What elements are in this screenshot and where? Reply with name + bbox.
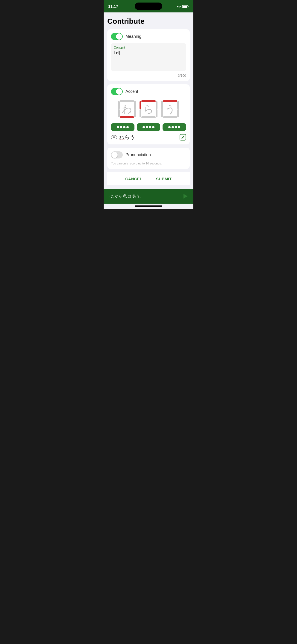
content-value[interactable]: Lol [114,51,183,56]
seg-top-ra [141,100,156,102]
seg-right-bottom-u [177,109,179,117]
battery-icon [182,5,189,8]
field-underline [111,72,186,72]
accent-buttons [111,123,186,131]
kana-box-u: う [160,99,180,120]
status-icons: ··· [173,5,189,8]
pronunciation-toggle-row: Pronunciation [111,151,186,158]
seg-top-u [163,100,177,102]
page-title: Contribute [107,12,190,29]
seg-left-top-wa [118,101,120,109]
eye-icon [111,135,117,139]
seg-left-bottom-ra [140,109,141,117]
submit-button[interactable]: SUBMIT [156,177,172,182]
seg-left-bottom-wa [118,109,120,117]
seg-bottom-u [163,116,177,118]
kana-box-wa: わ [116,99,137,120]
meaning-toggle-row: Meaning [111,33,186,40]
content-label: Content [114,46,183,49]
accent-btn-2[interactable] [137,123,160,131]
meaning-toggle[interactable] [111,33,123,40]
accent-btn-2-underline [142,130,154,130]
seg-right-top-ra [156,101,158,109]
seg-right-bottom-ra [156,109,158,117]
pronunciation-toggle-knob [112,152,118,158]
home-bar [135,206,162,206]
main-content: Contribute Meaning Content Lol 3/100 [104,12,194,189]
bottom-actions: CANCEL SUBMIT [107,172,190,185]
bottom-sentence: ・たから 私 は 笑う。 [107,194,144,199]
accent-toggle-label: Accent [126,89,138,94]
camera-pill [135,2,162,10]
kana-char-u[interactable]: う [160,99,180,120]
seg-bottom-wa [120,116,134,118]
preview-row: わらう [111,134,186,141]
play-icon [184,194,188,198]
wifi-icon [177,5,181,8]
accent-display: わ ら [111,99,186,120]
cancel-button[interactable]: CANCEL [125,177,142,182]
preview-kana: わらう [119,134,135,141]
seg-right-bottom-wa [134,109,136,117]
accent-btn-1[interactable] [111,123,134,131]
pronunciation-toggle-label: Pronunciation [126,152,151,157]
svg-point-3 [113,136,115,138]
meaning-toggle-knob [116,34,122,40]
edit-button[interactable] [180,134,186,140]
text-cursor [120,51,120,55]
pronunciation-card: Pronunciation You can only record up to … [107,148,190,169]
kana-char-wa[interactable]: わ [116,99,137,120]
accent-btn-3[interactable] [162,123,186,131]
seg-left-top-ra [140,101,141,109]
pronunciation-note: You can only record up to 10 seconds. [111,162,186,165]
pronunciation-toggle[interactable] [111,151,123,158]
kana-char-ra[interactable]: ら [138,99,159,120]
accent-card: Accent わ [107,84,190,144]
seg-left-bottom-u [161,109,163,117]
play-button[interactable] [182,192,190,200]
seg-right-top-u [177,101,179,109]
meaning-card: Meaning Content Lol 3/100 [107,29,190,81]
meaning-toggle-label: Meaning [126,34,141,39]
kana-u: う [165,102,176,116]
seg-right-top-wa [134,101,136,109]
home-indicator [104,204,194,209]
accent-toggle-knob [116,88,122,95]
char-count: 3/100 [111,74,186,78]
kana-wa: わ [122,102,132,116]
kana-box-ra: ら [138,99,159,120]
status-bar: 11:17 ··· [104,0,194,12]
signal-icon: ··· [173,5,176,8]
accent-toggle[interactable] [111,88,123,95]
status-time: 11:17 [108,4,118,9]
preview-left: わらう [111,134,135,141]
seg-left-top-u [161,101,163,109]
content-field[interactable]: Content Lol [111,43,186,71]
seg-bottom-ra [141,116,156,118]
seg-top-wa [120,100,134,102]
kana-ra: ら [144,102,154,116]
bottom-bar: ・たから 私 は 笑う。 [104,189,194,204]
svg-rect-1 [183,6,188,8]
preview-kana-underline: わ [119,134,124,141]
preview-kana-rest: らう [124,134,135,141]
accent-toggle-row: Accent [111,88,186,95]
